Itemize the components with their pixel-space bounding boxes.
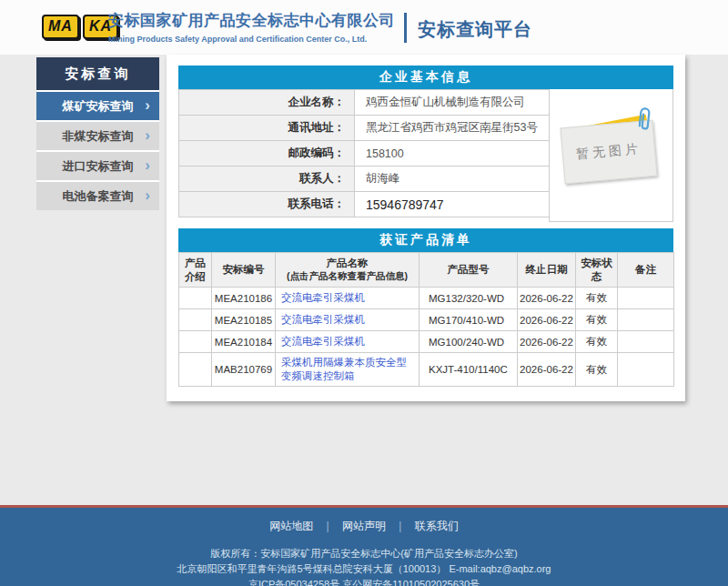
paperclip-icon — [638, 106, 654, 132]
product-status: 有效 — [576, 353, 618, 387]
product-name-link[interactable]: 交流电牵引采煤机 — [281, 314, 365, 325]
product-code: MAB210769 — [212, 353, 276, 387]
chevron-right-icon: › — [145, 187, 150, 205]
address-text: 北京朝阳区和平里青年沟路5号煤科总院安科大厦（100013） E-mail:aq… — [0, 561, 728, 577]
header-divider — [404, 13, 407, 43]
product-expiry: 2026-06-22 — [518, 309, 576, 331]
products-table: 产品介绍 安标编号 产品名称 (点击产品名称查看产品信息) 产品型号 终止日期 … — [178, 252, 674, 387]
info-value: 胡海峰 — [355, 167, 550, 192]
info-label: 联系电话： — [179, 192, 355, 217]
product-intro — [179, 331, 212, 353]
product-name-link[interactable]: 交流电牵引采煤机 — [281, 292, 365, 303]
col-product-name: 产品名称 (点击产品名称查看产品信息) — [276, 253, 420, 288]
product-intro — [179, 309, 212, 331]
info-row: 联系电话： 15946789747 — [179, 192, 550, 217]
footer-links: 网站地图 ｜ 网站声明 ｜ 联系我们 — [0, 519, 728, 534]
product-name-cell: 交流电牵引采煤机 — [276, 288, 420, 309]
info-value: 15946789747 — [355, 192, 550, 217]
product-note — [618, 353, 674, 387]
footer-link-contact[interactable]: 联系我们 — [415, 519, 459, 534]
maka-logo: MA KA — [42, 15, 118, 39]
company-info-header: 企业基本信息 — [178, 66, 673, 89]
org-name-cn: 安标国家矿用产品安全标志中心有限公司 — [108, 10, 395, 31]
product-name-cell: 交流电牵引采煤机 — [276, 331, 420, 353]
chevron-right-icon: › — [145, 126, 150, 145]
product-expiry: 2026-06-22 — [518, 331, 576, 353]
footer-link-sitemap[interactable]: 网站地图 — [269, 519, 313, 534]
product-name-link[interactable]: 采煤机用隔爆兼本质安全型变频调速控制箱 — [281, 357, 407, 381]
footer-separator: ｜ — [322, 519, 333, 534]
product-row: MEA210185 交流电牵引采煤机 MG170/410-WD 2026-06-… — [179, 309, 674, 331]
chevron-right-icon: › — [145, 157, 150, 175]
info-value: 鸡西金恒矿山机械制造有限公司 — [355, 90, 550, 116]
sidebar-item-coal-mine-query[interactable]: 煤矿安标查询 › — [36, 90, 159, 120]
col-cert-status: 安标状态 — [576, 253, 618, 288]
platform-title: 安标查询平台 — [418, 17, 532, 42]
info-label: 联系人： — [179, 167, 355, 192]
info-row: 企业名称： 鸡西金恒矿山机械制造有限公司 — [179, 90, 550, 116]
product-status: 有效 — [576, 309, 618, 331]
product-note — [618, 331, 674, 353]
col-expiry-date: 终止日期 — [518, 253, 576, 288]
logo-block-ma: MA — [42, 15, 79, 39]
sidebar-item-label: 非煤安标查询 — [63, 128, 134, 145]
footer: 网站地图 ｜ 网站声明 ｜ 联系我们 版权所有：安标国家矿用产品安全标志中心(矿… — [0, 505, 728, 586]
product-code: MEA210184 — [212, 331, 276, 353]
company-info-table: 企业名称： 鸡西金恒矿山机械制造有限公司 通讯地址： 黑龙江省鸡西市鸡冠区南星街… — [178, 89, 550, 217]
info-row: 邮政编码： 158100 — [179, 141, 550, 167]
no-image-box: 暂无图片 — [549, 89, 673, 222]
footer-copyright-block: 版权所有：安标国家矿用产品安全标志中心(矿用产品安全标志办公室) 北京朝阳区和平… — [0, 546, 728, 586]
product-model: MG170/410-WD — [420, 309, 518, 331]
product-name-link[interactable]: 交流电牵引采煤机 — [281, 336, 365, 347]
products-section: 获证产品清单 产品介绍 安标编号 产品名称 (点击产品名称查看产品信息) 产品型… — [178, 228, 673, 387]
col-note: 备注 — [618, 253, 674, 288]
products-header-row: 产品介绍 安标编号 产品名称 (点击产品名称查看产品信息) 产品型号 终止日期 … — [179, 253, 674, 288]
col-product-name-title: 产品名称 — [278, 257, 417, 270]
org-name-en: Mining Products Safety Approval and Cert… — [108, 35, 395, 44]
no-image-text: 暂无图片 — [575, 141, 642, 163]
product-intro — [179, 353, 212, 387]
company-info-section: 企业名称： 鸡西金恒矿山机械制造有限公司 通讯地址： 黑龙江省鸡西市鸡冠区南星街… — [178, 89, 673, 222]
site-header: MA KA 安标国家矿用产品安全标志中心有限公司 Mining Products… — [0, 0, 728, 55]
products-header: 获证产品清单 — [178, 228, 673, 252]
product-code: MEA210185 — [212, 309, 276, 331]
sidebar-item-import-query[interactable]: 进口安标查询 › — [36, 150, 159, 180]
icp-text: 京ICP备05034258号 京公网安备11010502025630号 — [0, 577, 728, 586]
copyright-text: 版权所有：安标国家矿用产品安全标志中心(矿用产品安全标志办公室) — [0, 546, 728, 561]
product-model: MG132/320-WD — [420, 288, 518, 309]
col-product-name-sub: (点击产品名称查看产品信息) — [278, 270, 417, 283]
product-row: MEA210186 交流电牵引采煤机 MG132/320-WD 2026-06-… — [179, 288, 674, 309]
sidebar-item-label: 电池备案查询 — [63, 188, 134, 205]
product-model: KXJT-410/1140C — [420, 353, 518, 387]
org-name: 安标国家矿用产品安全标志中心有限公司 Mining Products Safet… — [108, 10, 395, 44]
col-product-intro: 产品介绍 — [179, 253, 212, 288]
product-model: MG100/240-WD — [420, 331, 518, 353]
info-label: 企业名称： — [179, 90, 355, 116]
product-row: MAB210769 采煤机用隔爆兼本质安全型变频调速控制箱 KXJT-410/1… — [179, 353, 674, 387]
info-row: 联系人： 胡海峰 — [179, 167, 550, 192]
sidebar-item-battery-filing-query[interactable]: 电池备案查询 › — [36, 180, 159, 210]
product-note — [618, 309, 674, 331]
product-expiry: 2026-06-22 — [518, 353, 576, 387]
product-code: MEA210186 — [212, 288, 276, 309]
info-value: 黑龙江省鸡西市鸡冠区南星街53号 — [355, 116, 550, 141]
product-intro — [179, 288, 212, 309]
sidebar-item-label: 煤矿安标查询 — [63, 98, 134, 115]
product-status: 有效 — [576, 288, 618, 309]
sidebar-item-non-coal-query[interactable]: 非煤安标查询 › — [36, 120, 159, 150]
info-row: 通讯地址： 黑龙江省鸡西市鸡冠区南星街53号 — [179, 116, 550, 141]
col-product-model: 产品型号 — [420, 253, 518, 288]
sidebar-item-label: 进口安标查询 — [63, 158, 134, 175]
product-status: 有效 — [576, 331, 618, 353]
footer-separator: ｜ — [395, 519, 406, 534]
sidebar: 安标查询 煤矿安标查询 › 非煤安标查询 › 进口安标查询 › 电池备案查询 › — [36, 57, 159, 210]
sidebar-title: 安标查询 — [36, 57, 159, 90]
col-cert-code: 安标编号 — [212, 253, 276, 288]
info-label: 通讯地址： — [179, 116, 355, 141]
product-name-cell: 交流电牵引采煤机 — [276, 309, 420, 331]
info-label: 邮政编码： — [179, 141, 355, 167]
footer-link-statement[interactable]: 网站声明 — [342, 519, 386, 534]
product-row: MEA210184 交流电牵引采煤机 MG100/240-WD 2026-06-… — [179, 331, 674, 353]
product-note — [618, 288, 674, 309]
product-name-cell: 采煤机用隔爆兼本质安全型变频调速控制箱 — [276, 353, 420, 387]
